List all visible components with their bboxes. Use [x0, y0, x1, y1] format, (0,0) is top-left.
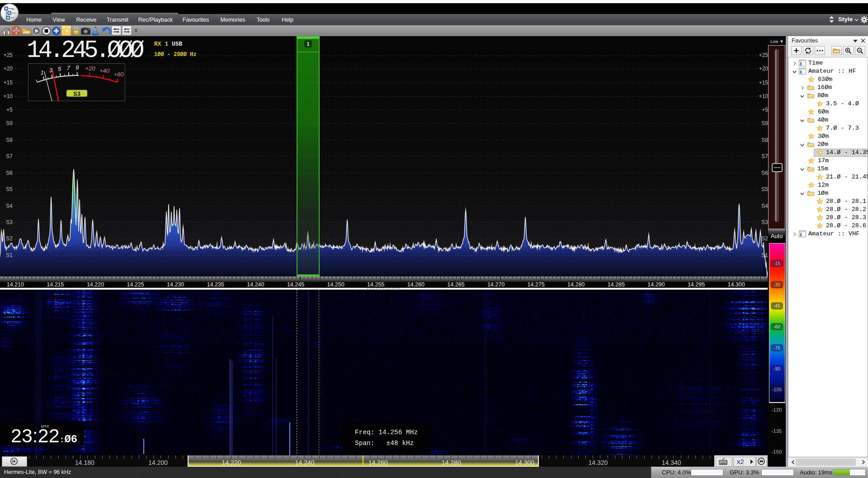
svg-text:+40: +40 — [99, 67, 110, 74]
svg-text:S3: S3 — [73, 90, 80, 97]
svg-text:1: 1 — [41, 69, 44, 76]
svg-text:3: 3 — [49, 67, 53, 74]
svg-text:5: 5 — [58, 66, 61, 72]
svg-text:9: 9 — [75, 64, 79, 71]
svg-text:+60: +60 — [113, 71, 124, 78]
svg-text:7: 7 — [66, 65, 70, 71]
svg-text:+20: +20 — [85, 65, 95, 72]
